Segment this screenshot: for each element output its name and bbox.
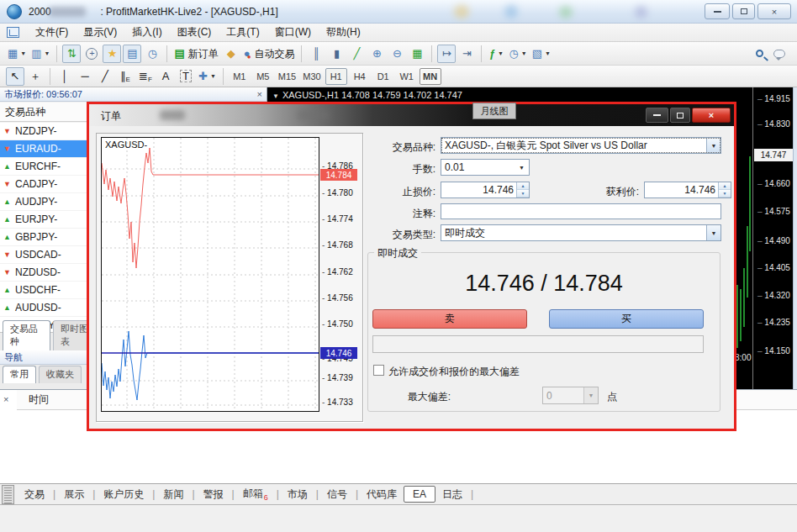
symbol-row-gbpjpy[interactable]: ▲GBPJPY- [0, 229, 101, 245]
horizontal-line-tool[interactable]: ─ [76, 67, 94, 86]
dialog-restore-button[interactable] [670, 108, 690, 123]
terminal-toggle[interactable]: ▤ [123, 45, 141, 63]
zoom-out-button[interactable]: ⊖ [388, 45, 406, 63]
search-button[interactable] [750, 45, 768, 63]
symbol-row-nzdusd[interactable]: ▼NZDUSD- [0, 264, 101, 281]
spin-up-icon[interactable]: ▲ [719, 182, 731, 190]
tab-trade[interactable]: 交易 [18, 485, 51, 504]
spin-down-icon[interactable]: ▼ [719, 190, 731, 198]
tab-news[interactable]: 新闻 [156, 485, 190, 504]
data-window-button[interactable]: + [82, 45, 101, 63]
timeframe-h1[interactable]: H1 [325, 68, 347, 85]
chart-window-icon[interactable] [7, 27, 19, 38]
dialog-minimize-button[interactable] [646, 108, 668, 123]
dialog-close-button[interactable]: × [692, 108, 731, 123]
arrows-tool[interactable]: ✚▼ [197, 67, 218, 86]
tab-alerts[interactable]: 警报 [197, 485, 230, 504]
spin-up-icon[interactable]: ▲ [517, 182, 529, 190]
timeframe-m5[interactable]: M5 [252, 68, 274, 85]
strategy-tester-button[interactable]: ◷ [143, 45, 161, 63]
profiles-button[interactable]: ▥▼ [29, 45, 51, 63]
tab-symbols[interactable]: 交易品种 [3, 320, 50, 350]
tab-market[interactable]: 市场 [281, 485, 314, 504]
text-tool[interactable]: A [156, 67, 175, 86]
symbol-row-eurjpy[interactable]: ▲EURJPY- [0, 211, 101, 228]
stop-loss-stepper[interactable]: ▲▼ [516, 182, 529, 198]
take-profit-field[interactable]: 14.746 ▲▼ [644, 182, 731, 198]
timeframe-w1[interactable]: W1 [396, 68, 418, 85]
community-chat-button[interactable] [770, 45, 789, 63]
tab-journal[interactable]: 日志 [435, 485, 469, 504]
symbol-row-usdchf[interactable]: ▲USDCHF- [0, 282, 101, 298]
comment-input[interactable] [441, 203, 721, 219]
close-button[interactable]: × [757, 3, 791, 19]
symbol-column-header[interactable]: 交易品种 [0, 103, 101, 122]
templates-button[interactable]: ▧▼ [530, 45, 552, 63]
timeframe-d1[interactable]: D1 [372, 68, 394, 85]
timeframe-m15[interactable]: M15 [276, 68, 298, 85]
menu-window[interactable]: 窗口(W) [267, 23, 319, 42]
symbol-select[interactable]: XAGUSD-, 白银美元 Spot Silver vs US Dollar ▼ [441, 137, 721, 154]
menu-tools[interactable]: 工具(T) [219, 23, 267, 42]
panel-grip-icon[interactable] [2, 485, 14, 504]
tab-account-history[interactable]: 账户历史 [97, 485, 150, 504]
symbol-row-usdcad[interactable]: ▼USDCAD- [0, 246, 101, 263]
indicators-button[interactable]: ƒ▼ [487, 45, 505, 63]
timeframe-mn[interactable]: MN [420, 68, 441, 85]
text-label-tool[interactable]: T [177, 67, 195, 86]
trendline-tool[interactable]: ╱ [96, 67, 114, 86]
candlestick-button[interactable]: ▮ [327, 45, 346, 63]
bar-chart-button[interactable]: ║ [307, 45, 325, 63]
chevron-down-icon[interactable]: ▼ [706, 225, 720, 240]
menu-view[interactable]: 显示(V) [76, 23, 124, 42]
periods-button[interactable]: ◷▼ [507, 45, 528, 63]
symbol-row-audusd[interactable]: ▲AUDUSD- [0, 299, 101, 316]
channel-tool[interactable]: ∥E [116, 67, 135, 86]
tile-windows-button[interactable]: ▦ [408, 45, 426, 63]
timeframe-m30[interactable]: M30 [300, 68, 323, 85]
tab-signals[interactable]: 信号 [320, 485, 354, 504]
deviation-checkbox-label[interactable]: 允许成交价和报价的最大偏差 [388, 365, 520, 379]
tab-favorites[interactable]: 收藏夹 [39, 366, 82, 383]
menu-charts[interactable]: 图表(C) [170, 23, 219, 42]
menu-insert[interactable]: 插入(I) [124, 23, 169, 42]
close-icon[interactable]: × [257, 89, 262, 99]
metaeditor-button[interactable]: ◆ [222, 45, 240, 63]
symbol-row-euraud[interactable]: ▼EURAUD- [0, 140, 101, 157]
navigator-toggle[interactable]: ★ [103, 45, 121, 63]
vertical-line-tool[interactable]: │ [55, 67, 74, 86]
zoom-in-button[interactable]: ⊕ [367, 45, 386, 63]
timeframe-m1[interactable]: M1 [229, 68, 251, 85]
chevron-down-icon[interactable]: ▼ [515, 160, 529, 175]
tab-common[interactable]: 常用 [3, 366, 36, 383]
chart-shift-button[interactable]: ⇥ [457, 45, 476, 63]
menu-help[interactable]: 帮助(H) [319, 23, 368, 42]
close-icon[interactable]: × [3, 394, 8, 404]
tab-experts[interactable]: EA [404, 486, 435, 503]
crosshair-tool[interactable]: ＋ [26, 67, 45, 86]
tab-code-base[interactable]: 代码库 [360, 485, 404, 504]
order-type-select[interactable]: 即时成交 ▼ [441, 224, 721, 241]
symbol-row-nzdjpy[interactable]: ▼NZDJPY- [0, 123, 101, 140]
tab-mailbox[interactable]: 邮箱6 [236, 484, 275, 503]
symbol-row-eurchf[interactable]: ▲EURCHF- [0, 158, 101, 175]
buy-button[interactable]: 买 [549, 309, 704, 329]
maximize-button[interactable] [732, 3, 755, 19]
take-profit-stepper[interactable]: ▲▼ [718, 182, 731, 198]
menu-file[interactable]: 文件(F) [28, 23, 76, 42]
deviation-checkbox[interactable] [373, 365, 384, 376]
symbol-row-audjpy[interactable]: ▲AUDJPY- [0, 193, 101, 210]
timeframe-h4[interactable]: H4 [349, 68, 371, 85]
spin-down-icon[interactable]: ▼ [517, 190, 529, 198]
cursor-tool[interactable]: ↖ [6, 67, 24, 86]
sell-button[interactable]: 卖 [372, 309, 527, 329]
minimize-button[interactable] [705, 3, 730, 19]
fibonacci-tool[interactable]: ≣F [136, 67, 155, 86]
auto-scroll-toggle[interactable]: ↦ [437, 45, 456, 63]
chevron-down-icon[interactable]: ▼ [706, 138, 720, 153]
line-chart-button[interactable]: ╱ [347, 45, 366, 63]
stop-loss-field[interactable]: 14.746 ▲▼ [441, 182, 530, 198]
volume-select[interactable]: 0.01 ▼ [441, 159, 530, 176]
autotrading-button[interactable]: ●●自动交易 [242, 45, 297, 63]
symbol-row-cadjpy[interactable]: ▼CADJPY- [0, 176, 101, 192]
